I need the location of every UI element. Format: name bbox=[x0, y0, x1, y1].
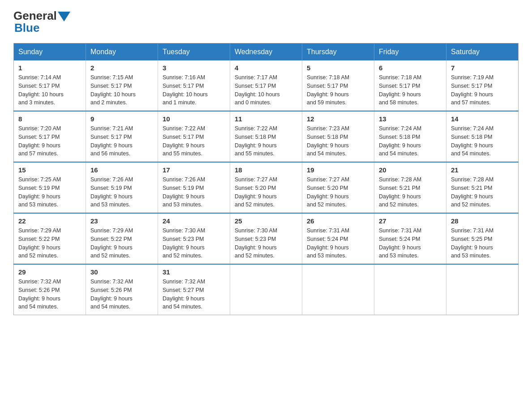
weekday-header-friday: Friday bbox=[374, 43, 446, 61]
calendar-cell: 17 Sunrise: 7:26 AMSunset: 5:19 PMDaylig… bbox=[158, 162, 230, 213]
day-number: 25 bbox=[235, 217, 297, 225]
day-number: 6 bbox=[379, 64, 442, 72]
day-number: 20 bbox=[379, 166, 442, 174]
day-number: 30 bbox=[90, 268, 153, 276]
day-number: 16 bbox=[90, 166, 153, 174]
day-info: Sunrise: 7:27 AMSunset: 5:20 PMDaylight:… bbox=[307, 176, 369, 209]
day-number: 5 bbox=[307, 64, 369, 72]
calendar-cell: 12 Sunrise: 7:23 AMSunset: 5:18 PMDaylig… bbox=[302, 111, 374, 162]
calendar-cell: 20 Sunrise: 7:28 AMSunset: 5:21 PMDaylig… bbox=[374, 162, 446, 213]
calendar-cell: 5 Sunrise: 7:18 AMSunset: 5:17 PMDayligh… bbox=[302, 60, 374, 111]
day-info: Sunrise: 7:26 AMSunset: 5:19 PMDaylight:… bbox=[90, 176, 153, 209]
weekday-header-thursday: Thursday bbox=[302, 43, 374, 61]
day-number: 21 bbox=[451, 166, 514, 174]
day-info: Sunrise: 7:31 AMSunset: 5:24 PMDaylight:… bbox=[307, 227, 369, 260]
calendar-cell: 13 Sunrise: 7:24 AMSunset: 5:18 PMDaylig… bbox=[374, 111, 446, 162]
calendar-cell: 8 Sunrise: 7:20 AMSunset: 5:17 PMDayligh… bbox=[14, 111, 86, 162]
day-info: Sunrise: 7:14 AMSunset: 5:17 PMDaylight:… bbox=[18, 73, 81, 107]
day-info: Sunrise: 7:17 AMSunset: 5:17 PMDaylight:… bbox=[235, 73, 297, 107]
day-number: 9 bbox=[90, 115, 153, 123]
day-info: Sunrise: 7:24 AMSunset: 5:18 PMDaylight:… bbox=[451, 124, 514, 158]
day-number: 3 bbox=[163, 64, 225, 72]
day-number: 13 bbox=[379, 115, 442, 123]
day-info: Sunrise: 7:18 AMSunset: 5:17 PMDaylight:… bbox=[379, 73, 442, 107]
calendar-cell: 31 Sunrise: 7:32 AMSunset: 5:27 PMDaylig… bbox=[158, 264, 230, 315]
day-number: 1 bbox=[18, 64, 81, 72]
day-info: Sunrise: 7:28 AMSunset: 5:21 PMDaylight:… bbox=[379, 176, 442, 209]
calendar-cell bbox=[302, 264, 374, 315]
day-info: Sunrise: 7:15 AMSunset: 5:17 PMDaylight:… bbox=[90, 73, 153, 107]
weekday-header-monday: Monday bbox=[86, 43, 158, 61]
calendar-cell: 29 Sunrise: 7:32 AMSunset: 5:26 PMDaylig… bbox=[14, 264, 86, 315]
calendar-cell: 25 Sunrise: 7:30 AMSunset: 5:23 PMDaylig… bbox=[230, 213, 302, 264]
day-info: Sunrise: 7:26 AMSunset: 5:19 PMDaylight:… bbox=[163, 176, 225, 209]
day-info: Sunrise: 7:21 AMSunset: 5:17 PMDaylight:… bbox=[90, 124, 153, 158]
calendar-cell: 30 Sunrise: 7:32 AMSunset: 5:26 PMDaylig… bbox=[86, 264, 158, 315]
day-info: Sunrise: 7:23 AMSunset: 5:18 PMDaylight:… bbox=[307, 124, 369, 158]
calendar-week-row: 15 Sunrise: 7:25 AMSunset: 5:19 PMDaylig… bbox=[14, 162, 519, 213]
day-number: 11 bbox=[235, 115, 297, 123]
calendar-cell: 10 Sunrise: 7:22 AMSunset: 5:17 PMDaylig… bbox=[158, 111, 230, 162]
calendar-cell: 2 Sunrise: 7:15 AMSunset: 5:17 PMDayligh… bbox=[86, 60, 158, 111]
day-info: Sunrise: 7:20 AMSunset: 5:17 PMDaylight:… bbox=[18, 124, 81, 158]
calendar-cell: 3 Sunrise: 7:16 AMSunset: 5:17 PMDayligh… bbox=[158, 60, 230, 111]
calendar-cell: 7 Sunrise: 7:19 AMSunset: 5:17 PMDayligh… bbox=[446, 60, 519, 111]
day-number: 29 bbox=[18, 268, 81, 276]
day-info: Sunrise: 7:22 AMSunset: 5:17 PMDaylight:… bbox=[163, 124, 225, 158]
calendar-cell bbox=[374, 264, 446, 315]
calendar-week-row: 1 Sunrise: 7:14 AMSunset: 5:17 PMDayligh… bbox=[14, 60, 519, 111]
day-number: 24 bbox=[163, 217, 225, 225]
day-info: Sunrise: 7:32 AMSunset: 5:27 PMDaylight:… bbox=[163, 278, 225, 311]
day-info: Sunrise: 7:27 AMSunset: 5:20 PMDaylight:… bbox=[235, 176, 297, 209]
day-number: 22 bbox=[18, 217, 81, 225]
logo-triangle-icon bbox=[58, 12, 70, 21]
day-number: 17 bbox=[163, 166, 225, 174]
calendar-cell: 21 Sunrise: 7:28 AMSunset: 5:21 PMDaylig… bbox=[446, 162, 519, 213]
day-number: 4 bbox=[235, 64, 297, 72]
calendar-cell: 23 Sunrise: 7:29 AMSunset: 5:22 PMDaylig… bbox=[86, 213, 158, 264]
day-number: 23 bbox=[90, 217, 153, 225]
day-info: Sunrise: 7:31 AMSunset: 5:25 PMDaylight:… bbox=[451, 227, 514, 260]
day-info: Sunrise: 7:25 AMSunset: 5:19 PMDaylight:… bbox=[18, 176, 81, 209]
calendar-cell: 27 Sunrise: 7:31 AMSunset: 5:24 PMDaylig… bbox=[374, 213, 446, 264]
day-number: 2 bbox=[90, 64, 153, 72]
calendar-cell bbox=[230, 264, 302, 315]
calendar-cell: 16 Sunrise: 7:26 AMSunset: 5:19 PMDaylig… bbox=[86, 162, 158, 213]
day-number: 15 bbox=[18, 166, 81, 174]
day-info: Sunrise: 7:29 AMSunset: 5:22 PMDaylight:… bbox=[90, 227, 153, 260]
logo-blue-text: Blue bbox=[14, 21, 39, 35]
weekday-header-tuesday: Tuesday bbox=[158, 43, 230, 61]
day-info: Sunrise: 7:22 AMSunset: 5:18 PMDaylight:… bbox=[235, 124, 297, 158]
weekday-header-row: SundayMondayTuesdayWednesdayThursdayFrid… bbox=[14, 43, 519, 61]
day-number: 7 bbox=[451, 64, 514, 72]
day-number: 19 bbox=[307, 166, 369, 174]
day-info: Sunrise: 7:19 AMSunset: 5:17 PMDaylight:… bbox=[451, 73, 514, 107]
calendar-cell: 6 Sunrise: 7:18 AMSunset: 5:17 PMDayligh… bbox=[374, 60, 446, 111]
day-info: Sunrise: 7:32 AMSunset: 5:26 PMDaylight:… bbox=[18, 278, 81, 311]
day-number: 28 bbox=[451, 217, 514, 225]
calendar-table: SundayMondayTuesdayWednesdayThursdayFrid… bbox=[13, 43, 519, 315]
day-info: Sunrise: 7:29 AMSunset: 5:22 PMDaylight:… bbox=[18, 227, 81, 260]
calendar-cell: 28 Sunrise: 7:31 AMSunset: 5:25 PMDaylig… bbox=[446, 213, 519, 264]
day-number: 12 bbox=[307, 115, 369, 123]
calendar-cell: 15 Sunrise: 7:25 AMSunset: 5:19 PMDaylig… bbox=[14, 162, 86, 213]
calendar-week-row: 22 Sunrise: 7:29 AMSunset: 5:22 PMDaylig… bbox=[14, 213, 519, 264]
day-info: Sunrise: 7:31 AMSunset: 5:24 PMDaylight:… bbox=[379, 227, 442, 260]
calendar-cell: 24 Sunrise: 7:30 AMSunset: 5:23 PMDaylig… bbox=[158, 213, 230, 264]
day-number: 27 bbox=[379, 217, 442, 225]
calendar-cell: 14 Sunrise: 7:24 AMSunset: 5:18 PMDaylig… bbox=[446, 111, 519, 162]
day-number: 26 bbox=[307, 217, 369, 225]
day-info: Sunrise: 7:16 AMSunset: 5:17 PMDaylight:… bbox=[163, 73, 225, 107]
weekday-header-saturday: Saturday bbox=[446, 43, 519, 61]
calendar-week-row: 8 Sunrise: 7:20 AMSunset: 5:17 PMDayligh… bbox=[14, 111, 519, 162]
day-info: Sunrise: 7:32 AMSunset: 5:26 PMDaylight:… bbox=[90, 278, 153, 311]
calendar-cell bbox=[446, 264, 519, 315]
day-number: 14 bbox=[451, 115, 514, 123]
calendar-cell: 18 Sunrise: 7:27 AMSunset: 5:20 PMDaylig… bbox=[230, 162, 302, 213]
day-info: Sunrise: 7:30 AMSunset: 5:23 PMDaylight:… bbox=[163, 227, 225, 260]
calendar-cell: 1 Sunrise: 7:14 AMSunset: 5:17 PMDayligh… bbox=[14, 60, 86, 111]
calendar-cell: 26 Sunrise: 7:31 AMSunset: 5:24 PMDaylig… bbox=[302, 213, 374, 264]
calendar-cell: 19 Sunrise: 7:27 AMSunset: 5:20 PMDaylig… bbox=[302, 162, 374, 213]
weekday-header-wednesday: Wednesday bbox=[230, 43, 302, 61]
calendar-cell: 4 Sunrise: 7:17 AMSunset: 5:17 PMDayligh… bbox=[230, 60, 302, 111]
